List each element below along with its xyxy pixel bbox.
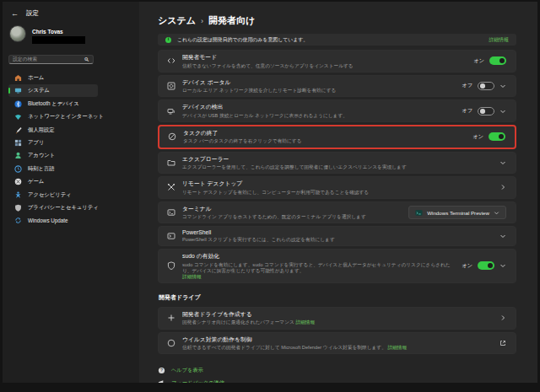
row-description: リモート デスクトップを有効にし、コンピューターが利用可能であることを確認する xyxy=(182,190,494,196)
sidebar-item-personalization[interactable]: 個人用設定 xyxy=(8,124,98,137)
breadcrumb-system[interactable]: システム xyxy=(158,14,196,27)
chevron-down-icon[interactable] xyxy=(500,233,506,239)
row-description: 信頼できないファイルを含めて、任意のソースからアプリをインストールする xyxy=(182,63,468,69)
back-button[interactable]: ← xyxy=(11,10,19,18)
end-task-icon xyxy=(167,132,176,141)
search-placeholder: 設定の検索 xyxy=(13,56,84,63)
windows-update-icon xyxy=(14,217,22,224)
sidebar-item-system[interactable]: システム xyxy=(8,84,98,97)
remote-desktop-icon xyxy=(166,183,176,191)
sidebar-item-accessibility[interactable]: アクセシビリティ xyxy=(8,189,98,201)
redacted-email xyxy=(32,36,85,44)
help-icon: ? xyxy=(158,367,165,374)
sudo-toggle[interactable] xyxy=(478,261,494,270)
sidebar-item-time-language[interactable]: 時刻と言語 xyxy=(8,163,98,175)
row-title: PowerShell xyxy=(182,229,494,235)
chevron-down-icon[interactable] xyxy=(500,83,506,89)
end-task-toggle[interactable] xyxy=(489,132,505,141)
sidebar-item-label: 個人用設定 xyxy=(28,126,54,134)
row-end-task: タスクの終了 タスク バーのタスクの終了を右クリックで有効にする オン xyxy=(158,125,516,149)
dev-settings-banner: i これらの設定は開発目的での使用のみを意図しています。 詳細情報 xyxy=(158,34,516,46)
chevron-down-icon xyxy=(494,210,500,216)
device-discovery-icon xyxy=(166,107,176,115)
gaming-icon xyxy=(14,178,22,185)
row-title: タスクの終了 xyxy=(183,129,467,137)
sidebar-item-label: アプリ xyxy=(28,139,44,147)
sidebar-item-label: プライバシーとセキュリティ xyxy=(28,204,99,212)
antivirus-learn-more-link[interactable]: 詳細情報 xyxy=(387,345,407,350)
sidebar-item-label: システム xyxy=(28,87,50,94)
toggle-state-label: オン xyxy=(462,262,472,270)
row-remote-desktop[interactable]: リモート デスクトップ リモート デスクトップを有効にし、コンピューターが利用可… xyxy=(158,176,516,199)
row-device-portal[interactable]: デバイス ポータル ローカル エリア ネットワーク接続を介したリモート診断を有効… xyxy=(158,75,516,98)
sidebar-item-network[interactable]: ネットワークとインターネット xyxy=(8,110,98,123)
toggle-state-label: オフ xyxy=(462,82,472,89)
sidebar-item-label: アクセシビリティ xyxy=(28,191,72,199)
toggle-state-label: オン xyxy=(472,133,483,141)
time-language-icon xyxy=(14,165,22,173)
breadcrumb-separator: › xyxy=(201,16,203,25)
external-link-icon[interactable] xyxy=(500,340,506,346)
sidebar-item-privacy[interactable]: プライバシーとセキュリティ xyxy=(8,201,98,214)
terminal-dropdown[interactable]: Windows Terminal Preview xyxy=(408,206,506,219)
row-file-explorer[interactable]: エクスプローラー エクスプローラーを使用して、これらの設定を調整して開発者に優し… xyxy=(158,152,516,175)
row-description: コマンドライン アプリをホストするための、既定のターミナル アプリを選択します xyxy=(182,214,403,220)
window-title: 設定 xyxy=(26,9,39,18)
terminal-icon xyxy=(166,208,176,217)
file-explorer-icon xyxy=(166,158,176,167)
sidebar-item-label: ゲーム xyxy=(28,178,44,185)
row-description: 開発者シナリオ向けに最適化されたパフォーマンス 詳細情報 xyxy=(182,320,494,325)
row-powershell[interactable]: PowerShell PowerShell スクリプトを実行するには、これらの設… xyxy=(158,226,516,246)
sidebar-item-home[interactable]: ホーム xyxy=(8,72,98,84)
row-create-dev-drive[interactable]: 開発者ドライブを作成する 開発者シナリオ向けに最適化されたパフォーマンス 詳細情… xyxy=(158,307,516,330)
apps-icon xyxy=(14,139,22,147)
search-input[interactable]: 設定の検索 🔍︎ xyxy=(8,55,94,64)
row-description: デバイスが USB 接続とローカル ネットワークに表示されるようにします。 xyxy=(182,113,456,119)
row-device-discovery[interactable]: デバイスの検出 デバイスが USB 接続とローカル ネットワークに表示されるよう… xyxy=(158,99,516,122)
terminal-dropdown-value: Windows Terminal Preview xyxy=(427,210,489,216)
banner-learn-more-link[interactable]: 詳細情報 xyxy=(489,36,509,44)
sidebar-item-apps[interactable]: アプリ xyxy=(8,137,98,149)
footer-label: ヘルプを表示 xyxy=(171,367,203,374)
sidebar-item-bluetooth[interactable]: Bluetooth とデバイス xyxy=(8,98,98,110)
network-icon xyxy=(14,113,22,121)
sidebar-item-label: Windows Update xyxy=(28,217,68,223)
sidebar-item-accounts[interactable]: アカウント xyxy=(8,149,98,162)
device-discovery-toggle[interactable] xyxy=(478,107,494,115)
row-antivirus-control[interactable]: ウイルス対策の動作を制御 信頼できるすべての開発者ドライブに対して Micros… xyxy=(158,332,516,355)
dev-drive-section-title: 開発者ドライブ xyxy=(159,293,516,302)
chevron-down-icon[interactable] xyxy=(500,262,506,269)
page-title: 開発者向け xyxy=(208,14,255,27)
row-developer-mode: 開発者モード 信頼できないファイルを含めて、任意のソースからアプリをインストール… xyxy=(158,50,516,72)
dev-drive-learn-more-link[interactable]: 詳細情報 xyxy=(295,320,315,325)
antivirus-icon xyxy=(166,339,176,347)
home-icon xyxy=(14,74,22,82)
get-help-link[interactable]: ? ヘルプを表示 xyxy=(158,364,516,377)
user-profile[interactable]: Chris Tovas xyxy=(8,25,139,44)
footer-label: フィードバックの送信 xyxy=(171,379,224,383)
sidebar-item-gaming[interactable]: ゲーム xyxy=(8,175,98,188)
give-feedback-link[interactable]: フィードバックの送信 xyxy=(158,377,516,383)
row-title: デバイスの検出 xyxy=(182,103,456,111)
row-description: ローカル エリア ネットワーク接続を介したリモート診断を有効にする xyxy=(182,88,456,94)
row-title: 開発者モード xyxy=(182,53,468,62)
feedback-icon xyxy=(158,379,165,383)
sidebar-item-windows-update[interactable]: Windows Update xyxy=(8,214,98,227)
plus-icon xyxy=(166,314,176,322)
main-content: システム › 開発者向け i これらの設定は開発目的での使用のみを意図しています… xyxy=(139,2,537,383)
bluetooth-icon xyxy=(14,100,22,108)
search-icon: 🔍︎ xyxy=(84,56,90,62)
powershell-icon xyxy=(166,232,176,240)
device-portal-toggle[interactable] xyxy=(478,82,494,90)
row-description: タスク バーのタスクの終了を右クリックで有効にする xyxy=(183,138,467,144)
chevron-right-icon[interactable] xyxy=(500,184,506,191)
developer-mode-icon xyxy=(166,56,176,65)
sidebar-item-label: アカウント xyxy=(28,152,55,159)
developer-mode-toggle[interactable] xyxy=(489,56,506,65)
chevron-down-icon[interactable] xyxy=(500,108,506,115)
row-enable-sudo: sudo の有効化 sudo コマンドを有効にします。sudo コマンドを実行す… xyxy=(158,249,516,283)
accounts-icon xyxy=(14,152,22,159)
sudo-learn-more-link[interactable]: 詳細情報 xyxy=(182,274,456,280)
chevron-down-icon[interactable] xyxy=(500,159,506,166)
chevron-right-icon[interactable] xyxy=(500,314,506,321)
